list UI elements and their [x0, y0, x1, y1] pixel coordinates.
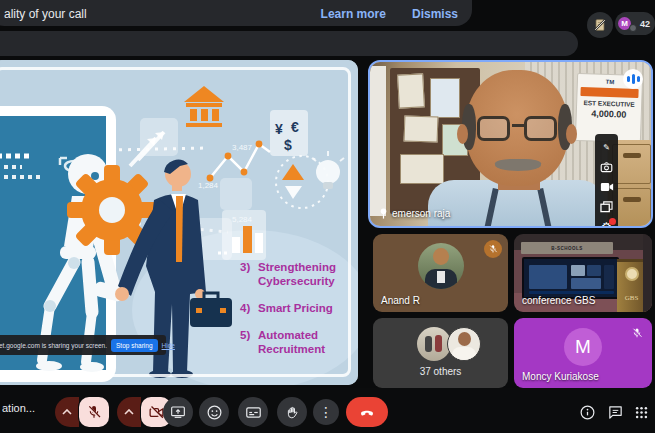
main-video-tile[interactable]: TM EST EXECUTIVE 4,000.00 ✎ — [368, 60, 653, 228]
window-capture-button[interactable] — [597, 198, 616, 216]
settings-button[interactable]: ⚙ — [597, 218, 616, 228]
meeting-name: ation... — [2, 402, 35, 414]
agenda-item: 4) Smart Pricing — [240, 301, 354, 315]
end-call-icon — [358, 403, 376, 421]
podium-label: GBS — [617, 294, 646, 302]
record-button[interactable] — [597, 178, 616, 196]
notes-off-icon — [593, 18, 607, 32]
agenda-list: 3) Strengthening Cybersecurity 4) Smart … — [240, 260, 354, 369]
speaker-pillar — [643, 234, 652, 312]
mic-off-badge — [484, 240, 502, 258]
more-vert-icon: ⋮ — [319, 404, 333, 420]
participant-name: Moncy Kuriakose — [522, 371, 599, 382]
emoji-icon — [206, 404, 223, 421]
pin-icon — [379, 208, 388, 219]
avatar: M — [564, 328, 602, 366]
secondary-toast — [0, 31, 578, 56]
videocam-icon — [600, 181, 614, 193]
chat-button[interactable] — [604, 401, 626, 423]
activities-button[interactable] — [630, 401, 652, 423]
hide-banner-link[interactable]: Hide — [162, 342, 175, 349]
tile-conference-gbs[interactable]: B-SCHOOLS GBS conference GBS — [514, 234, 652, 312]
participants-button[interactable]: M 42 — [615, 12, 655, 35]
participant-name: Anand R — [381, 295, 420, 306]
participant-name: conference GBS — [522, 295, 595, 306]
raise-hand-button[interactable] — [277, 397, 307, 427]
chevron-up-icon — [62, 409, 72, 415]
captions-button[interactable] — [238, 397, 268, 427]
tile-moncy-kuriakose[interactable]: M Moncy Kuriakose — [514, 318, 652, 388]
camera-icon — [600, 161, 613, 174]
videocam-off-icon — [148, 404, 165, 421]
screenshot-button[interactable] — [597, 158, 616, 176]
notes-off-button[interactable] — [587, 12, 613, 38]
present-button[interactable] — [163, 397, 193, 427]
podium: GBS — [617, 259, 646, 312]
mic-toggle-button[interactable] — [79, 397, 109, 427]
reactions-button[interactable] — [199, 397, 229, 427]
avatar — [447, 327, 481, 361]
window-icon — [600, 201, 613, 213]
meet-window: ality of your call Learn more Dismiss M … — [0, 0, 655, 433]
speaker-name-label: emerson raja — [379, 208, 450, 219]
mic-options-button[interactable] — [55, 397, 79, 427]
mic-off-icon — [86, 404, 102, 420]
speaking-indicator — [623, 69, 643, 89]
chat-icon — [607, 404, 624, 421]
agenda-item: 5) Automated Recruitment — [240, 328, 354, 356]
room-banner: B-SCHOOLS — [521, 242, 613, 254]
end-call-button[interactable] — [346, 397, 388, 427]
more-options-button[interactable]: ⋮ — [313, 399, 339, 425]
learn-more-button[interactable]: Learn more — [321, 7, 386, 21]
share-banner-message: et.google.com is sharing your screen. — [0, 342, 107, 349]
meeting-details-button[interactable] — [576, 401, 598, 423]
bar-value: 5,284 — [232, 215, 253, 224]
sign-title: EST EXECUTIVE — [577, 99, 641, 108]
captions-icon — [245, 404, 262, 421]
tile-anand-r[interactable]: Anand R — [373, 234, 508, 312]
notification-badge — [609, 218, 616, 225]
mic-off-badge — [628, 324, 646, 342]
mic-off-icon — [631, 327, 643, 339]
stop-sharing-button[interactable]: Stop sharing — [111, 339, 158, 352]
call-quality-message: ality of your call — [4, 7, 87, 21]
avatar — [418, 243, 464, 289]
mic-off-icon — [488, 244, 498, 254]
camera-options-button[interactable] — [117, 397, 141, 427]
participant-count: 42 — [640, 19, 650, 29]
pen-tool-button[interactable]: ✎ — [597, 138, 616, 156]
call-quality-toast: ality of your call Learn more Dismiss — [0, 0, 472, 26]
podium-logo — [625, 267, 639, 281]
participant-name: 37 others — [373, 366, 508, 377]
screen-share-banner: et.google.com is sharing your screen. St… — [0, 335, 166, 355]
avatar — [417, 327, 451, 361]
room-tv-screen — [522, 257, 619, 299]
pen-icon: ✎ — [603, 143, 610, 152]
currency-euro: € — [291, 119, 299, 135]
dismiss-button[interactable]: Dismiss — [412, 7, 458, 21]
chart-value-low: 1,284 — [198, 181, 219, 190]
whiteboard — [370, 66, 386, 216]
raise-hand-icon — [285, 405, 300, 420]
capture-toolbar: ✎ ⚙ — [595, 134, 618, 228]
present-icon — [170, 404, 186, 420]
info-icon — [579, 404, 596, 421]
currency-yen: ¥ — [275, 121, 283, 137]
participant-mini-avatar-2 — [629, 24, 637, 32]
chevron-up-icon — [124, 409, 134, 415]
chart-value-high: 3,487 — [232, 143, 253, 152]
sign-amount: 4,000.00 — [577, 108, 641, 120]
apps-grid-icon — [634, 405, 649, 420]
currency-dollar: $ — [284, 137, 292, 153]
agenda-item: 3) Strengthening Cybersecurity — [240, 260, 354, 288]
tile-others[interactable]: 37 others — [373, 318, 508, 388]
